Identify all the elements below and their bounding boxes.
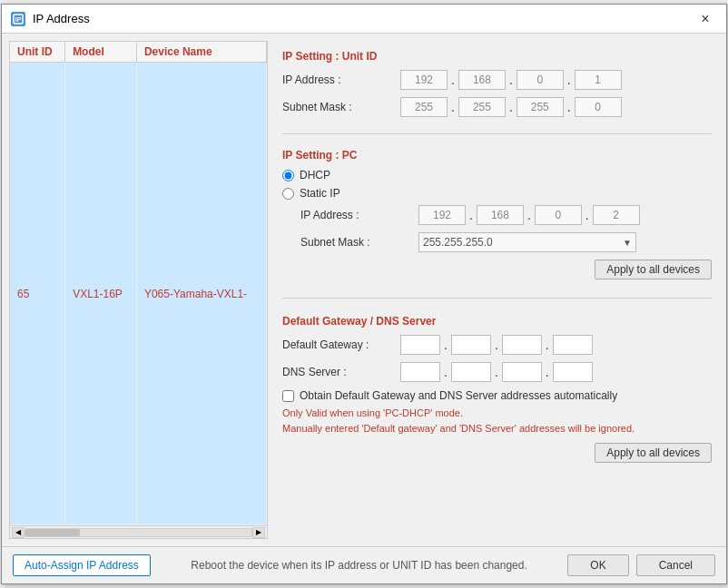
dot2: .: [509, 73, 513, 87]
pc-ip-d[interactable]: [593, 205, 640, 225]
ok-button[interactable]: OK: [567, 554, 628, 576]
scrollbar-track[interactable]: [25, 528, 252, 537]
unit-subnet-b[interactable]: [458, 97, 506, 117]
obtain-checkbox-row: Obtain Default Gateway and DNS Server ad…: [282, 389, 712, 402]
unit-subnet-d[interactable]: [575, 97, 622, 117]
right-panel: IP Setting : Unit ID IP Address : . . . …: [268, 34, 726, 546]
dot10: .: [444, 338, 448, 352]
dns-fields: . . .: [400, 362, 593, 382]
static-ip-section: IP Address : . . . Subnet Mask : 255.2: [300, 205, 712, 260]
pc-ip-label: IP Address :: [300, 209, 418, 221]
footer-message: Reboot the device when its IP address or…: [151, 559, 567, 572]
device-table: Unit ID Model Device Name 65 VXL1-16P Y0…: [10, 42, 267, 525]
gateway-d[interactable]: [553, 335, 593, 355]
pc-ip-a[interactable]: [418, 205, 466, 225]
cell-unit-id: 65: [10, 63, 65, 525]
unit-ip-fields: . . .: [400, 70, 622, 90]
scrollbar-thumb: [25, 529, 80, 536]
info-text-block: Only Valid when using 'PC-DHCP' mode. Ma…: [282, 406, 712, 436]
dot7: .: [469, 208, 473, 222]
dot12: .: [546, 338, 549, 352]
unit-subnet-label: Subnet Mask :: [282, 101, 400, 113]
dns-c[interactable]: [502, 362, 542, 382]
dot11: .: [495, 338, 498, 352]
dot6: .: [567, 100, 571, 114]
dialog-body: Unit ID Model Device Name 65 VXL1-16P Y0…: [2, 34, 726, 546]
apply-btn-row-1: Apply to all devices: [282, 260, 712, 279]
unit-ip-c[interactable]: [516, 70, 564, 90]
unit-id-section-title: IP Setting : Unit ID: [282, 50, 712, 63]
unit-subnet-fields: . . .: [400, 97, 622, 117]
unit-subnet-c[interactable]: [516, 97, 564, 117]
static-label[interactable]: Static IP: [300, 187, 340, 200]
dns-a[interactable]: [400, 362, 440, 382]
title-bar: IP IP Address ×: [2, 5, 726, 34]
footer-buttons: OK Cancel: [567, 554, 715, 576]
separator-2: [282, 298, 712, 299]
gateway-a[interactable]: [400, 335, 440, 355]
dot5: .: [509, 100, 513, 114]
dhcp-radio[interactable]: [282, 170, 294, 181]
apply-btn-row-2: Apply to all devices: [282, 443, 712, 463]
dns-d[interactable]: [553, 362, 593, 382]
cancel-button[interactable]: Cancel: [636, 554, 715, 576]
info-line-2: Manually entered 'Default gateway' and '…: [282, 421, 712, 436]
gateway-b[interactable]: [451, 335, 491, 355]
svg-text:IP: IP: [15, 16, 22, 23]
scroll-left-arrow[interactable]: ◀: [12, 527, 25, 538]
pc-section-title: IP Setting : PC: [282, 149, 712, 162]
dhcp-label[interactable]: DHCP: [300, 169, 330, 181]
cell-device-name: Y065-Yamaha-VXL1-: [136, 63, 266, 525]
unit-subnet-row: Subnet Mask : . . .: [282, 97, 712, 117]
static-radio[interactable]: [282, 188, 294, 200]
gateway-fields: . . .: [400, 335, 593, 355]
pc-subnet-dropdown[interactable]: 255.255.255.0 ▼: [418, 232, 636, 252]
dot9: .: [585, 208, 589, 222]
separator-1: [282, 133, 712, 134]
dhcp-radio-row: DHCP: [282, 169, 712, 181]
unit-ip-a[interactable]: [400, 70, 448, 90]
pc-ip-fields: . . .: [418, 205, 640, 225]
table-row[interactable]: 65 VXL1-16P Y065-Yamaha-VXL1-: [10, 63, 267, 525]
dot14: .: [495, 365, 498, 379]
apply-all-devices-button-2[interactable]: Apply to all devices: [595, 443, 712, 463]
col-model: Model: [65, 42, 137, 63]
unit-ip-address-row: IP Address : . . .: [282, 70, 712, 90]
apply-all-devices-button-1[interactable]: Apply to all devices: [595, 260, 712, 279]
pc-ip-row: IP Address : . . .: [300, 205, 712, 225]
dot15: .: [546, 365, 549, 379]
title-bar-left: IP IP Address: [11, 12, 90, 26]
dns-label: DNS Server :: [282, 366, 400, 378]
gateway-label: Default Gateway :: [282, 338, 400, 351]
dns-row: DNS Server : . . .: [282, 362, 712, 382]
dialog-footer: Auto-Assign IP Address Reboot the device…: [2, 546, 726, 583]
obtain-checkbox[interactable]: [282, 390, 294, 402]
cell-model: VXL1-16P: [65, 63, 137, 525]
unit-ip-label: IP Address :: [282, 74, 400, 86]
gateway-c[interactable]: [502, 335, 542, 355]
close-button[interactable]: ×: [694, 9, 717, 29]
gateway-section: Default Gateway / DNS Server Default Gat…: [282, 315, 712, 468]
dialog-icon: IP: [11, 12, 25, 26]
dns-b[interactable]: [451, 362, 491, 382]
dot4: .: [451, 100, 455, 114]
scrollbar-area: ◀ ▶: [10, 525, 267, 538]
unit-ip-d[interactable]: [575, 70, 622, 90]
auto-assign-button[interactable]: Auto-Assign IP Address: [13, 554, 151, 576]
col-unit-id: Unit ID: [10, 42, 65, 63]
pc-subnet-value: 255.255.255.0: [423, 236, 493, 249]
pc-ip-c[interactable]: [535, 205, 582, 225]
static-radio-row: Static IP: [282, 187, 712, 200]
unit-subnet-a[interactable]: [400, 97, 448, 117]
ip-address-dialog: IP IP Address × Unit ID Model Device Nam…: [1, 4, 727, 584]
dot1: .: [451, 73, 455, 87]
scroll-right-arrow[interactable]: ▶: [252, 527, 265, 538]
dot13: .: [444, 365, 448, 379]
gateway-row: Default Gateway : . . .: [282, 335, 712, 355]
info-line-1: Only Valid when using 'PC-DHCP' mode.: [282, 406, 712, 421]
dialog-title: IP Address: [33, 12, 90, 25]
pc-ip-b[interactable]: [477, 205, 524, 225]
unit-ip-b[interactable]: [458, 70, 506, 90]
pc-subnet-row: Subnet Mask : 255.255.255.0 ▼: [300, 232, 712, 252]
obtain-label[interactable]: Obtain Default Gateway and DNS Server ad…: [300, 389, 617, 402]
